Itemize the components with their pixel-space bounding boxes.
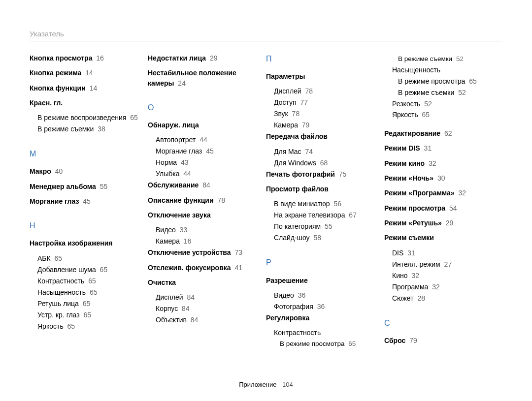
index-entry[interactable]: Менеджер альбома 55	[30, 182, 138, 191]
index-entry[interactable]: Регулировка	[266, 313, 374, 323]
index-subentry[interactable]: Устр. кр. глаз 65	[37, 310, 138, 320]
index-subentry[interactable]: Яркость 65	[37, 321, 138, 332]
footer-label: Приложение	[239, 381, 276, 388]
index-subentry[interactable]: Звук 78	[274, 109, 374, 119]
index-entry[interactable]: Режим «Программа» 32	[384, 188, 493, 198]
index-letter: М	[30, 148, 138, 159]
index-subentry[interactable]: Ретушь лица 65	[37, 299, 138, 309]
index-entry[interactable]: Красн. гл.	[30, 98, 138, 108]
index-entry[interactable]: Яркость 65	[384, 110, 493, 120]
index-subentry[interactable]: На экране телевизора 67	[274, 210, 374, 220]
index-subentry[interactable]: Контрастность	[274, 328, 374, 338]
index-subentry[interactable]: Дисплей 78	[274, 86, 374, 96]
index-entry[interactable]: Режим DIS 31	[384, 143, 493, 153]
index-subentry[interactable]: Доступ 77	[274, 97, 374, 108]
index-subentry[interactable]: Моргание глаз 45	[156, 146, 256, 156]
index-entry[interactable]: Отключение устройства 73	[148, 247, 256, 257]
index-entry[interactable]: Настройка изображения	[30, 238, 138, 248]
index-subentry[interactable]: По категориям 55	[274, 221, 374, 232]
index-entry[interactable]: Разрешение	[266, 276, 374, 285]
index-letter: С	[384, 317, 493, 329]
index-subentry[interactable]: Кино 32	[392, 271, 493, 281]
index-subentry[interactable]: Камера 79	[274, 120, 374, 130]
index-columns: Кнопка просмотра 16Кнопка режима 14Кнопк…	[30, 53, 502, 350]
index-entry[interactable]: Макро 40	[30, 166, 138, 176]
page-title: Указатель	[30, 30, 502, 41]
index-entry[interactable]: Печать фотографий 75	[266, 169, 374, 179]
index-entry[interactable]: Описание функции 78	[148, 195, 256, 205]
index-subentry[interactable]: Автопортрет 44	[156, 135, 256, 145]
index-letter: О	[148, 102, 256, 113]
index-entry[interactable]: Просмотр файлов	[266, 184, 374, 194]
index-subentry[interactable]: Дисплей 84	[156, 292, 256, 303]
index-entry[interactable]: Кнопка просмотра 16	[30, 53, 138, 63]
index-entry[interactable]: Кнопка режима 14	[30, 68, 138, 78]
index-subentry[interactable]: DIS 31	[392, 248, 493, 258]
index-entry[interactable]: Режим просмотра 54	[384, 203, 493, 213]
index-entry[interactable]: Параметры	[266, 71, 374, 81]
index-subentry[interactable]: Корпус 84	[156, 304, 256, 314]
index-subentry[interactable]: Интелл. режим 27	[392, 259, 493, 270]
index-page: Указатель Кнопка просмотра 16Кнопка режи…	[0, 0, 532, 401]
index-subentry[interactable]: В режиме съемки 52	[398, 54, 493, 64]
index-entry[interactable]: Отключение звука	[148, 210, 256, 220]
index-entry[interactable]: Моргание глаз 45	[30, 196, 138, 206]
index-subentry[interactable]: В режиме съемки 38	[37, 124, 138, 134]
index-subentry[interactable]: Объектив 84	[156, 315, 256, 325]
index-entry[interactable]: Отслежив. фокусировка 41	[148, 263, 256, 273]
index-subentry[interactable]: В режиме воспроизведения 65	[37, 113, 138, 123]
index-subentry[interactable]: Камера 16	[156, 236, 256, 247]
index-subentry[interactable]: Программа 32	[392, 282, 493, 292]
index-entry[interactable]: Сброс 79	[384, 336, 493, 345]
index-subentry[interactable]: АБК 65	[37, 253, 138, 264]
index-subentry[interactable]: В режиме съемки 52	[398, 88, 493, 98]
index-subentry[interactable]: Видео 33	[156, 225, 256, 235]
index-entry[interactable]: Обслуживание 84	[148, 180, 256, 190]
index-subentry[interactable]: Фотография 36	[274, 302, 374, 312]
index-entry[interactable]: Недостатки лица 29	[148, 53, 256, 63]
index-subentry[interactable]: Контрастность 65	[37, 276, 138, 286]
index-letter: Н	[30, 220, 138, 231]
index-subentry[interactable]: Сюжет 28	[392, 293, 493, 304]
index-entry[interactable]: Нестабильное положение камеры 24	[148, 68, 256, 88]
index-letter: П	[266, 53, 374, 64]
index-entry[interactable]: Обнаруж. лица	[148, 120, 256, 130]
index-letter: Р	[266, 257, 374, 268]
index-subentry[interactable]: Улыбка 44	[156, 169, 256, 179]
index-entry[interactable]: Редактирование 62	[384, 128, 493, 138]
index-subentry[interactable]: Добавление шума 65	[37, 265, 138, 275]
page-footer: Приложение 104	[0, 381, 532, 388]
index-subentry[interactable]: Норма 43	[156, 157, 256, 168]
index-subentry[interactable]: В режиме просмотра 65	[398, 76, 493, 87]
index-subentry[interactable]: Слайд-шоу 58	[274, 233, 374, 243]
index-subentry[interactable]: Для Mac 74	[274, 147, 374, 157]
index-subentry[interactable]: Насыщенность 65	[37, 287, 138, 298]
index-entry[interactable]: Кнопка функции 14	[30, 83, 138, 93]
index-subentry[interactable]: В виде миниатюр 56	[274, 199, 374, 209]
index-entry[interactable]: Режим съемки	[384, 233, 493, 243]
footer-page: 104	[282, 381, 293, 388]
index-subentry[interactable]: В режиме просмотра 65	[280, 339, 374, 349]
index-entry[interactable]: Резкость 52	[384, 99, 493, 109]
index-entry[interactable]: Передача файлов	[266, 131, 374, 141]
index-entry[interactable]: Очистка	[148, 278, 256, 287]
index-subentry[interactable]: Для Windows 68	[274, 158, 374, 168]
index-entry[interactable]: Режим «Ретушь» 29	[384, 218, 493, 228]
index-entry[interactable]: Режим «Ночь» 30	[384, 173, 493, 183]
index-subentry[interactable]: Видео 36	[274, 290, 374, 301]
index-entry[interactable]: Режим кино 32	[384, 158, 493, 168]
index-entry[interactable]: Насыщенность	[384, 65, 493, 75]
